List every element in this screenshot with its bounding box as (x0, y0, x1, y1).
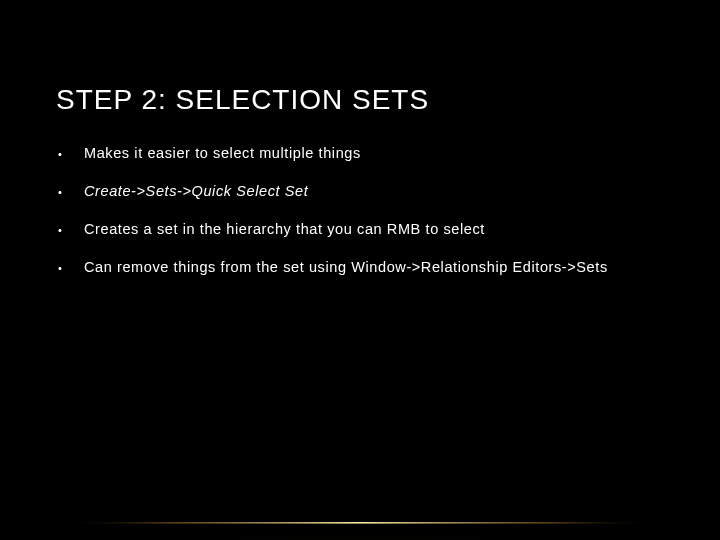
bullet-text: Makes it easier to select multiple thing… (84, 144, 664, 164)
bullet-icon: • (56, 182, 84, 202)
svg-rect-1 (60, 522, 660, 524)
list-item: • Creates a set in the hierarchy that yo… (56, 220, 664, 240)
bullet-icon: • (56, 144, 84, 164)
bullet-text: Creates a set in the hierarchy that you … (84, 220, 664, 240)
bullet-text: Create->Sets->Quick Select Set (84, 182, 664, 202)
bottom-glow-decoration (0, 494, 720, 540)
bullet-text: Can remove things from the set using Win… (84, 258, 664, 278)
slide: STEP 2: SELECTION SETS • Makes it easier… (0, 0, 720, 540)
bullet-list: • Makes it easier to select multiple thi… (56, 144, 664, 278)
list-item: • Can remove things from the set using W… (56, 258, 664, 278)
bullet-icon: • (56, 220, 84, 240)
list-item: • Makes it easier to select multiple thi… (56, 144, 664, 164)
slide-title: STEP 2: SELECTION SETS (56, 84, 664, 116)
list-item: • Create->Sets->Quick Select Set (56, 182, 664, 202)
svg-point-0 (60, 504, 660, 540)
bullet-icon: • (56, 258, 84, 278)
